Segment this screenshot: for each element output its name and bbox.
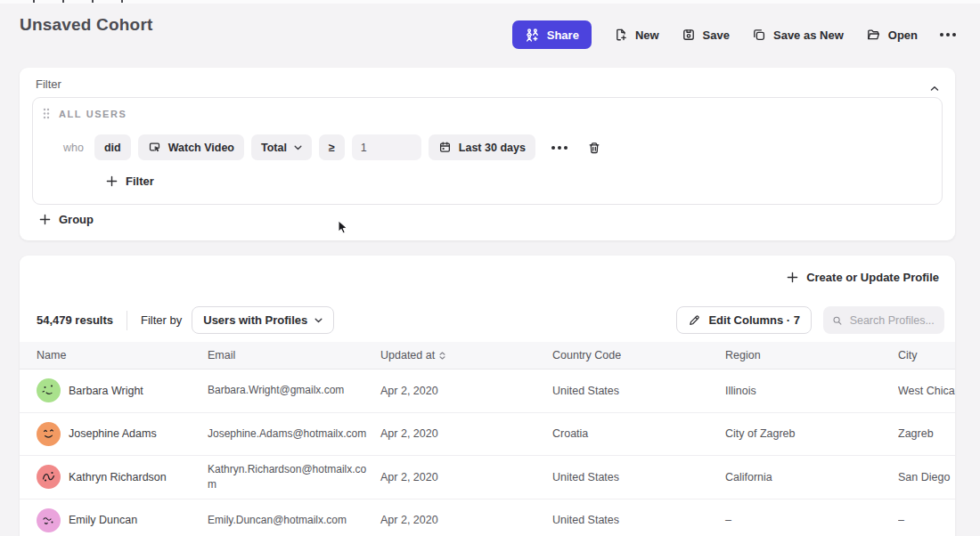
group-title: ALL USERS [59, 109, 127, 119]
table-header: Name Email Updated at Country Code Regio… [20, 342, 955, 370]
new-button-label: New [635, 28, 659, 42]
add-filter-label: Filter [126, 175, 154, 188]
pencil-icon [688, 313, 701, 327]
group-header: ALL USERS [43, 108, 127, 119]
cohort-group-box: ALL USERS who did Watch Video [32, 97, 943, 205]
plus-icon [39, 214, 51, 225]
aggregation-selector[interactable]: Total [251, 134, 312, 160]
save-as-new-button-label: Save as New [773, 28, 844, 42]
more-options-button[interactable] [940, 33, 956, 37]
table-row[interactable]: Josephine Adams Josephine.Adams@hotmailx… [20, 413, 955, 457]
table-row[interactable]: Emily Duncan Emily.Duncan@hotmailx.com A… [20, 499, 955, 536]
profile-name-cell: Kathryn Richardson [37, 465, 208, 489]
create-profile-row: Create or Update Profile [20, 256, 955, 298]
profiles-panel: Create or Update Profile 54,479 results … [20, 256, 955, 536]
delete-condition-button[interactable] [584, 139, 605, 157]
profile-region-cell: California [725, 471, 898, 483]
event-selector[interactable]: Watch Video [138, 134, 244, 160]
search-profiles-input[interactable] [850, 314, 935, 327]
save-button-label: Save [703, 28, 730, 42]
clipped-breadcrumb-mark [121, 0, 123, 3]
profile-name-cell: Barbara Wright [37, 378, 208, 402]
save-as-new-button[interactable]: Save as New [752, 28, 844, 42]
open-button[interactable]: Open [866, 28, 918, 42]
column-header-name[interactable]: Name [37, 349, 208, 361]
results-count: 54,479 results [37, 313, 113, 327]
add-group-button[interactable]: Group [39, 213, 94, 226]
clipped-breadcrumb-mark [33, 0, 35, 3]
share-button[interactable]: Share [512, 20, 592, 49]
share-button-label: Share [547, 28, 579, 42]
profile-email-cell: Barbara.Wright@gmailx.com [208, 383, 373, 398]
clipped-breadcrumb-mark [62, 0, 64, 3]
profile-email-cell: Josephine.Adams@hotmailx.com [208, 426, 373, 442]
avatar [37, 422, 61, 446]
drag-handle-icon[interactable] [43, 108, 50, 119]
mouse-cursor [338, 220, 349, 235]
filter-panel-title: Filter [36, 77, 61, 91]
profile-updated-cell: Apr 2, 2020 [380, 385, 552, 397]
column-header-city[interactable]: City [898, 349, 955, 361]
chevron-up-icon [930, 85, 939, 92]
edit-columns-button[interactable]: Edit Columns · 7 [676, 306, 812, 334]
ellipsis-icon [551, 146, 568, 150]
did-label: did [104, 142, 121, 154]
profile-country-cell: Croatia [552, 427, 725, 440]
date-range-selector[interactable]: Last 30 days [429, 134, 535, 160]
column-header-updated-at[interactable]: Updated at [380, 349, 552, 361]
profiles-toolbar: 54,479 results Filter by Users with Prof… [20, 298, 955, 342]
save-button[interactable]: Save [682, 28, 730, 42]
add-group-label: Group [59, 213, 94, 226]
duplicate-icon [752, 28, 766, 42]
ellipsis-icon [940, 33, 956, 37]
sort-icon [439, 352, 445, 360]
condition-more-button[interactable] [548, 144, 571, 151]
toolbar-right: Edit Columns · 7 [676, 306, 944, 334]
clipped-breadcrumb-mark [92, 0, 94, 3]
clipped-header-edge [0, 0, 980, 4]
profile-city-cell: Zagreb [898, 427, 955, 440]
operator-label: ≥ [329, 142, 335, 154]
avatar [37, 378, 61, 402]
column-header-region[interactable]: Region [725, 349, 898, 361]
profile-country-cell: United States [552, 471, 725, 483]
profile-city-cell: San Diego [898, 471, 955, 483]
open-button-label: Open [888, 28, 918, 42]
collapse-panel-button[interactable] [927, 77, 943, 98]
table-row[interactable]: Kathryn Richardson Kathryn.Richardson@ho… [20, 456, 955, 499]
profile-name-cell: Emily Duncan [37, 508, 208, 532]
divider [127, 311, 127, 330]
create-or-update-profile-button[interactable]: Create or Update Profile [787, 271, 939, 284]
search-icon [832, 314, 843, 327]
new-button[interactable]: New [614, 28, 659, 42]
add-filter-button[interactable]: Filter [106, 175, 154, 188]
new-file-icon [614, 28, 628, 42]
folder-icon [866, 28, 881, 42]
plus-icon [787, 272, 798, 283]
page-title: Unsaved Cohort [20, 15, 153, 35]
event-icon [148, 141, 161, 154]
filter-condition-row: who did Watch Video Total [63, 134, 605, 160]
profile-country-cell: United States [552, 514, 725, 526]
profile-updated-cell: Apr 2, 2020 [380, 514, 552, 526]
column-header-email[interactable]: Email [208, 349, 380, 361]
profile-region-cell: – [725, 514, 898, 526]
create-profile-label: Create or Update Profile [806, 271, 939, 284]
calendar-icon [438, 141, 452, 154]
threshold-input[interactable] [352, 134, 421, 160]
table-row[interactable]: Barbara Wright Barbara.Wright@gmailx.com… [20, 370, 955, 413]
profile-updated-cell: Apr 2, 2020 [380, 471, 552, 483]
avatar [37, 465, 61, 489]
profile-type-dropdown[interactable]: Users with Profiles [192, 306, 334, 334]
profile-email-cell: Kathryn.Richardson@hotmailx.com [208, 462, 373, 492]
table-body: Barbara Wright Barbara.Wright@gmailx.com… [20, 370, 955, 536]
avatar [37, 508, 61, 532]
operator-selector[interactable]: ≥ [319, 134, 345, 160]
column-header-country-code[interactable]: Country Code [552, 349, 725, 361]
did-selector[interactable]: did [94, 134, 131, 160]
chevron-down-icon [314, 318, 323, 323]
cohort-page: Unsaved Cohort Share New [0, 0, 980, 536]
profile-type-label: Users with Profiles [203, 313, 307, 327]
filter-panel: Filter ALL USERS who did [20, 68, 955, 240]
share-users-icon [525, 28, 540, 42]
